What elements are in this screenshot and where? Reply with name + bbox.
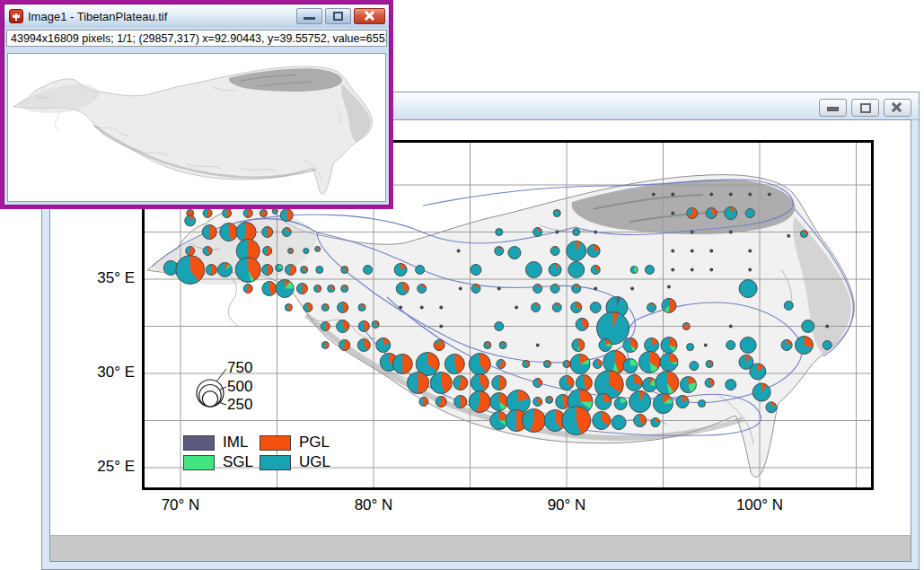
- minimize-icon: [827, 107, 839, 111]
- restore-button[interactable]: [851, 99, 879, 117]
- station-dot: [671, 212, 674, 215]
- station-dot: [748, 193, 752, 197]
- station-dot: [630, 287, 634, 291]
- station-dot: [594, 287, 597, 291]
- image-status-bar: 43994x16809 pixels; 1/1; (29857,317) x=9…: [6, 30, 387, 47]
- y-tick-label: 30° E: [66, 364, 135, 381]
- size-legend-value: 500: [227, 378, 267, 396]
- station-dot: [671, 250, 674, 253]
- y-tick-label: 25° E: [66, 458, 135, 476]
- graph-bottom-bar: [50, 535, 911, 561]
- station-dot: [652, 193, 656, 197]
- station-dot: [748, 250, 752, 253]
- app-icon: [9, 9, 23, 23]
- station-dot: [748, 268, 752, 272]
- station-dot: [420, 306, 424, 310]
- station-dot: [729, 325, 733, 329]
- minimize-icon: [304, 17, 315, 20]
- station-dot: [497, 287, 501, 291]
- size-legend-value: 750: [227, 359, 267, 377]
- station-dot: [459, 287, 462, 291]
- chart-legend[interactable]: IML PGL SGL UGL: [183, 433, 336, 472]
- minimize-button[interactable]: [296, 8, 322, 24]
- legend-label-iml: IML: [223, 434, 248, 452]
- station-dot: [594, 231, 597, 234]
- restore-icon: [860, 103, 871, 113]
- station-dot: [709, 193, 713, 197]
- tibetan-plateau-thumbnail: [10, 56, 383, 199]
- station-dot: [709, 250, 713, 253]
- legend-swatch-ugl: [260, 455, 291, 470]
- station-dot: [709, 268, 713, 272]
- station-dot: [671, 268, 674, 272]
- legend-label-ugl: UGL: [299, 453, 330, 471]
- station-dot: [515, 306, 518, 310]
- legend-swatch-pgl: [260, 435, 291, 451]
- close-button[interactable]: [354, 8, 385, 24]
- legend-swatch-sgl: [183, 455, 215, 470]
- restore-icon: [333, 12, 343, 21]
- station-dot: [825, 325, 829, 329]
- minimize-button[interactable]: [819, 99, 847, 117]
- station-dot: [555, 231, 559, 234]
- legend-swatch-iml: [183, 435, 215, 451]
- station-dot: [439, 325, 443, 329]
- station-dot: [439, 306, 443, 310]
- station-dot: [536, 344, 540, 347]
- legend-label-pgl: PGL: [299, 434, 330, 452]
- station-dot: [671, 193, 674, 197]
- image-window-title: Image1 - TibetanPlateau.tif: [28, 10, 294, 23]
- station-dot: [691, 268, 694, 272]
- station-dot: [399, 306, 402, 310]
- image-canvas-panel[interactable]: [7, 53, 386, 202]
- station-dot: [729, 231, 733, 234]
- size-legend-value: 250: [227, 396, 267, 414]
- restore-button[interactable]: [325, 8, 351, 24]
- station-dot: [729, 193, 733, 197]
- station-dot: [787, 234, 790, 238]
- image-window-titlebar[interactable]: Image1 - TibetanPlateau.tif: [4, 4, 389, 28]
- size-legend-circle: [202, 391, 217, 407]
- x-tick-label: 80° N: [333, 496, 414, 514]
- x-tick-label: 70° N: [140, 496, 221, 514]
- close-button[interactable]: [884, 99, 911, 117]
- x-tick-label: 100° N: [719, 496, 800, 514]
- legend-label-sgl: SGL: [223, 453, 253, 471]
- station-dot: [457, 250, 461, 253]
- y-tick-label: 35° E: [66, 269, 135, 287]
- station-dot: [691, 250, 694, 253]
- image-window: Image1 - TibetanPlateau.tif 43994x16809 …: [0, 0, 393, 209]
- station-dot: [691, 231, 694, 234]
- station-dot: [768, 193, 771, 197]
- x-tick-label: 90° N: [526, 496, 607, 514]
- station-dot: [667, 285, 671, 288]
- station-dot: [704, 344, 708, 347]
